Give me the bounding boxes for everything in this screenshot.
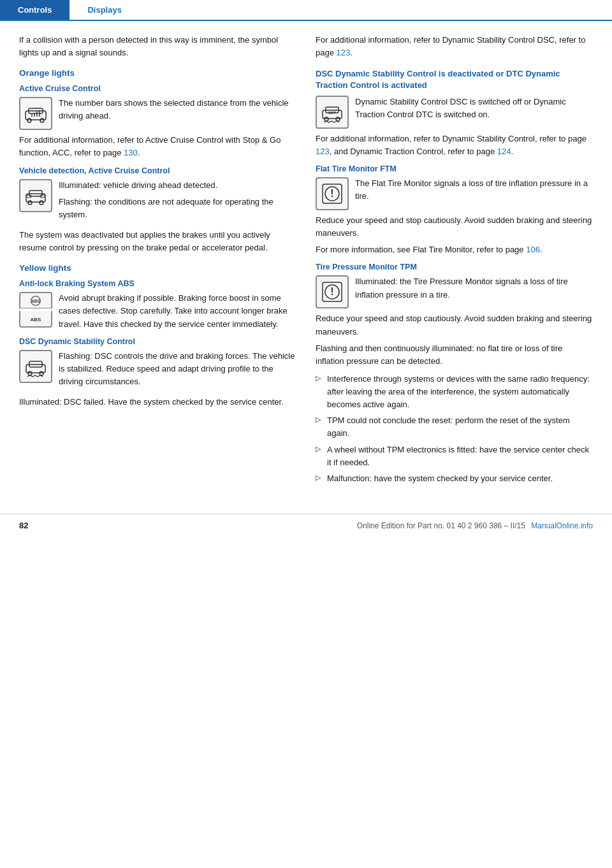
left-column: If a collision with a person detected in… [19,34,296,488]
flat-tire-title: Flat Tire Monitor FTM [316,164,593,173]
abs-icon-stack: ABS ABS [19,292,52,328]
acc-description: The number bars shows the selected dista… [59,97,296,122]
flat-tire-icon: ! [316,177,349,210]
vehicle-detection-text: Illuminated: vehicle driving ahead detec… [59,179,296,225]
main-content: If a collision with a person detected in… [0,21,612,501]
yellow-lights-title: Yellow lights [19,263,296,273]
dsc-off-icon: OFF [320,100,344,124]
acc-subtitle: Active Cruise Control [19,84,296,93]
dtc-page-link[interactable]: 124 [497,147,511,156]
flat-tire-exclamation-icon: ! [320,182,344,206]
vehicle-detection-illuminated: Illuminated: vehicle driving ahead detec… [59,179,296,192]
tpm-bullet-4: Malfunction: have the system checked by … [316,472,593,485]
dsc-car-icon [24,354,48,379]
vehicle-detection-flashing: Flashing: the conditions are not adequat… [59,196,296,221]
dsc-deactivated-title: DSC Dynamic Stability Control is deactiv… [316,68,593,91]
flat-tire-more-info: For more information, see Flat Tire Moni… [316,243,593,256]
flat-tire-page-link[interactable]: 106 [526,245,540,254]
acc-page-link[interactable]: 130 [124,148,138,157]
vehicle-detect-car-icon [24,184,48,208]
svg-point-23 [324,117,328,121]
svg-point-20 [40,372,43,375]
dsc-stab-page-link[interactable]: 123 [316,147,330,156]
vehicle-detection-subtitle: Vehicle detection, Active Cruise Control [19,166,296,175]
page-number: 82 [19,521,28,530]
svg-text:OFF: OFF [328,111,336,115]
dsc-deactivated-additional-info: For additional information, refer to Dyn… [316,133,593,158]
tpm-body2: Flashing and then continuously illuminat… [316,342,593,368]
dsc-page-link[interactable]: 123 [337,48,351,57]
svg-text:ABS: ABS [31,299,40,303]
svg-text:!: ! [330,188,333,199]
svg-point-19 [28,372,32,375]
vehicle-detection-icon [19,179,52,212]
svg-text:!: ! [330,286,333,297]
svg-point-24 [336,117,340,121]
dsc-deactivated-icon: OFF [316,96,349,129]
dsc-illuminated: Illuminated: DSC failed. Have the system… [19,396,296,409]
acc-icon-row: The number bars shows the selected dista… [19,97,296,130]
header: Controls Displays [0,0,612,21]
tpm-title: Tire Pressure Monitor TPM [316,263,593,271]
intro-text: If a collision with a person detected in… [19,34,296,59]
acc-icon [19,97,52,130]
svg-point-3 [40,119,44,122]
tpm-icon-row: ! Illuminated: the Tire Pressure Monitor… [316,275,593,308]
additional-info-dsc: For additional information, refer to Dyn… [316,34,593,59]
abs-subtitle: Anti-lock Braking System ABS [19,279,296,288]
acc-car-icon [24,101,48,126]
tpm-bullet-list: Interference through systems or devices … [316,373,593,485]
tpm-bullet-3: A wheel without TPM electronics is fitte… [316,444,593,469]
flat-tire-icon-row: ! The Flat Tire Monitor signals a loss o… [316,177,593,210]
svg-point-10 [28,201,32,205]
tab-controls[interactable]: Controls [0,0,69,20]
dsc-icon [19,350,52,383]
tpm-bullet-1: Interference through systems or devices … [316,373,593,411]
tab-displays[interactable]: Displays [69,0,139,20]
svg-text:ABS: ABS [31,317,42,322]
vehicle-detection-body: The system was deactivated but applies t… [19,229,296,254]
svg-point-11 [40,201,43,205]
abs-icon-row: ABS ABS Avoid abrupt braking if possible… [19,292,296,330]
dsc-subtitle: DSC Dynamic Stability Control [19,337,296,346]
right-column: For additional information, refer to Dyn… [316,34,593,488]
abs-icon-bottom: ABS [19,311,52,328]
acc-additional-info: For additional information, refer to Act… [19,134,296,159]
tpm-exclamation-icon: ! [320,280,344,304]
tpm-body1: Reduce your speed and stop cautiously. A… [316,312,593,338]
vehicle-detection-icon-row: Illuminated: vehicle driving ahead detec… [19,179,296,225]
tpm-icon: ! [316,275,349,308]
dsc-icon-row: Flashing: DSC controls the drive and bra… [19,350,296,392]
dsc-deactivated-description: Dynamic Stability Control DSC is switche… [355,96,593,121]
footer-copyright: Online Edition for Part no. 01 40 2 960 … [357,521,593,530]
tpm-description: Illuminated: the Tire Pressure Monitor s… [355,275,593,301]
footer: 82 Online Edition for Part no. 01 40 2 9… [0,514,612,537]
flat-tire-description: The Flat Tire Monitor signals a loss of … [355,177,593,203]
svg-point-2 [27,119,31,122]
tpm-bullet-2: TPM could not conclude the reset: perfor… [316,414,593,440]
abs-description: Avoid abrupt braking if possible. Brakin… [59,292,296,330]
dsc-deactivated-icon-row: OFF Dynamic Stability Control DSC is swi… [316,96,593,129]
abs-text-icon: ABS [24,307,48,331]
flat-tire-body: Reduce your speed and stop cautiously. A… [316,214,593,240]
orange-lights-title: Orange lights [19,68,296,78]
dsc-flashing: Flashing: DSC controls the drive and bra… [59,350,296,392]
